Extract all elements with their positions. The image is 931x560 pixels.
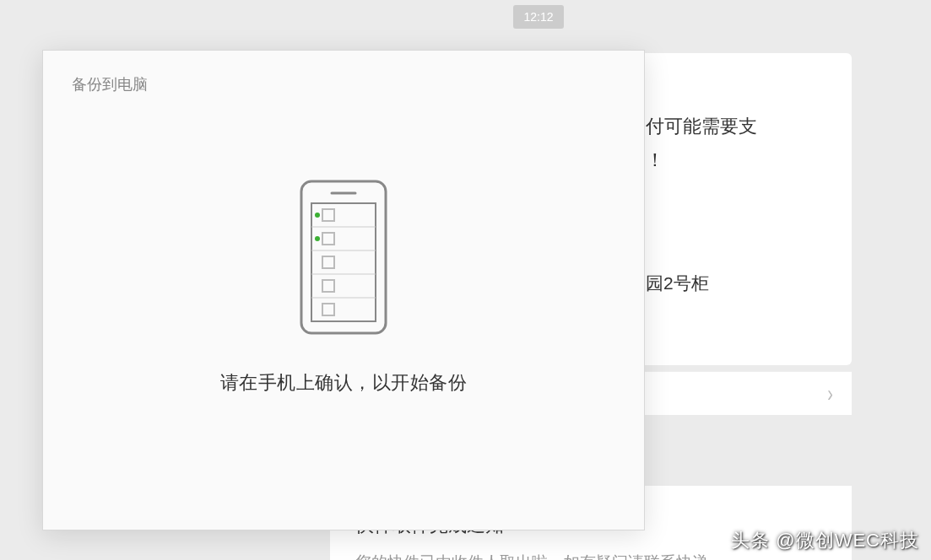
svg-rect-4 — [322, 209, 334, 221]
backup-dialog: 备份到电脑 — [42, 50, 645, 530]
svg-rect-9 — [322, 256, 334, 268]
svg-point-6 — [315, 236, 320, 241]
dialog-title: 备份到电脑 — [43, 51, 644, 94]
timestamp-badge: 12:12 — [513, 5, 564, 29]
timestamp-text: 12:12 — [523, 10, 553, 24]
watermark-text: 头条 @微创WEC科技 — [731, 528, 919, 553]
svg-rect-13 — [322, 304, 334, 315]
dialog-message: 请在手机上确认，以开始备份 — [220, 370, 468, 396]
background-text-fragment-2: 园2号柜 — [646, 272, 709, 295]
svg-rect-7 — [322, 233, 334, 245]
svg-rect-2 — [311, 203, 376, 321]
svg-rect-11 — [322, 280, 334, 292]
phone-illustration-icon — [300, 180, 387, 338]
svg-point-3 — [315, 213, 320, 218]
dialog-body: 请在手机上确认，以开始备份 — [43, 94, 644, 530]
background-text-fragment: 付可能需要支 ！ — [646, 110, 757, 176]
chevron-right-icon: › — [827, 380, 833, 407]
